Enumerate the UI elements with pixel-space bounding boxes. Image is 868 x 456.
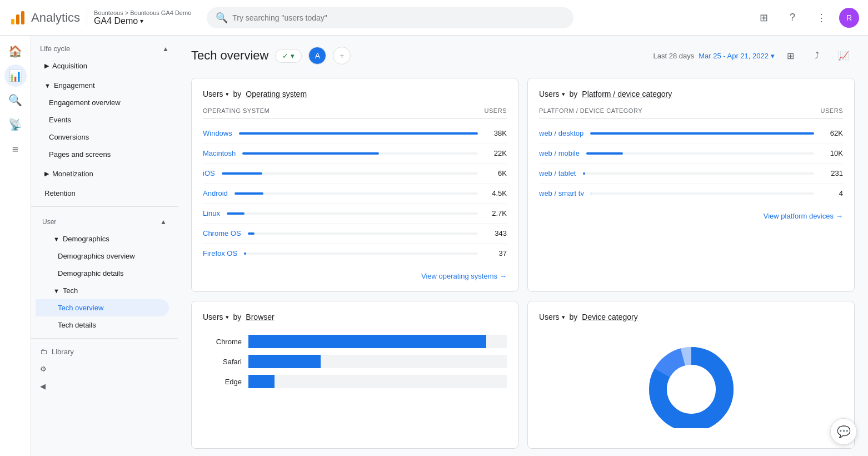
sidebar-item-monetization[interactable]: ▶ Monetization — [31, 165, 173, 182]
platform-title-metric[interactable]: Platform / device category — [582, 90, 672, 98]
analytics-logo — [9, 9, 27, 27]
sidebar-item-tech-details[interactable]: Tech details — [36, 316, 169, 334]
view-operating-systems-link[interactable]: View operating systems → — [203, 272, 507, 280]
table-row[interactable]: iOS 6K — [203, 163, 507, 184]
browser-users-dropdown-icon[interactable]: ▾ — [226, 314, 229, 321]
apps-icon[interactable]: ⊞ — [752, 7, 775, 29]
table-row[interactable]: web / desktop 62K — [539, 123, 843, 143]
avatar[interactable]: R — [839, 8, 859, 28]
svg-point-6 — [667, 365, 716, 414]
user-section-header[interactable]: User ▲ — [36, 214, 173, 230]
sidebar-item-library[interactable]: 🗀 Library — [31, 343, 178, 360]
table-row[interactable]: web / mobile 10K — [539, 143, 843, 163]
table-row[interactable]: web / smart tv 4 — [539, 184, 843, 203]
sidebar-item-engagement-overview[interactable]: Engagement overview — [31, 94, 173, 111]
header-actions: ⊞ ? ⋮ R — [752, 7, 859, 29]
table-view-icon[interactable]: ⊞ — [779, 44, 801, 67]
sidebar-item-retention[interactable]: Retention — [31, 185, 173, 202]
os-row-bar — [235, 192, 264, 195]
sidebar-item-conversions[interactable]: Conversions — [31, 128, 173, 146]
table-row[interactable]: Android 4.5K — [203, 184, 507, 204]
browser-bar-track — [248, 375, 507, 388]
demographics-overview-label: Demographics overview — [58, 252, 135, 260]
list-icon[interactable]: ≡ — [4, 138, 27, 160]
os-row-bar-container — [244, 252, 478, 255]
os-row-name: Android — [203, 189, 228, 197]
breadcrumb-bottom[interactable]: GA4 Demo ▾ — [94, 16, 191, 26]
help-icon[interactable]: ? — [781, 7, 804, 29]
monetization-label: Monetization — [52, 170, 93, 178]
sidebar-item-demographics-overview[interactable]: Demographics overview — [36, 247, 169, 265]
sidebar-item-engagement[interactable]: ▼ Engagement — [31, 77, 173, 94]
browser-card-title: Users ▾ by Browser — [203, 313, 507, 321]
sidebar-item-pages-screens[interactable]: Pages and screens — [31, 146, 173, 163]
platform-row-name: web / desktop — [539, 129, 583, 137]
home-icon[interactable]: 🏠 — [4, 40, 27, 62]
search-bar[interactable]: 🔍 — [207, 7, 573, 28]
table-row[interactable]: Macintosh 22K — [203, 143, 507, 163]
table-row[interactable]: web / tablet 231 — [539, 163, 843, 184]
lifecycle-collapse-icon[interactable]: ▲ — [162, 45, 169, 53]
os-row-name: Windows — [203, 129, 232, 137]
sidebar-item-demographic-details[interactable]: Demographic details — [36, 265, 169, 282]
sidebar-collapse-btn[interactable]: ◀ — [31, 378, 178, 395]
os-row-value: 2.7K — [485, 209, 507, 217]
table-row[interactable]: Windows 38K — [203, 123, 507, 143]
table-row[interactable]: Firefox OS 37 — [203, 244, 507, 263]
status-badge[interactable]: ✓ ▾ — [275, 49, 302, 63]
tech-expand-icon: ▼ — [53, 288, 59, 294]
monetization-group: ▶ Monetization — [31, 165, 178, 182]
view-platform-devices-link[interactable]: View platform devices → — [539, 212, 843, 220]
property-dropdown-icon[interactable]: ▾ — [140, 17, 143, 25]
sidebar-item-acquisition[interactable]: ▶ Acquisition — [31, 57, 173, 75]
browser-bar-fill — [248, 355, 321, 368]
lifecycle-label: Life cycle — [40, 44, 70, 53]
main-content: Tech overview ✓ ▾ A + Last 28 days Mar 2… — [178, 36, 868, 456]
platform-users-dropdown-icon[interactable]: ▾ — [562, 91, 565, 98]
sidebar: Life cycle ▲ ▶ Acquisition ▼ Engagement … — [31, 36, 178, 456]
table-row[interactable]: Linux 2.7K — [203, 204, 507, 224]
os-title-prefix: Users — [203, 90, 223, 98]
user-label: User — [42, 218, 56, 226]
sidebar-item-demographics[interactable]: ▼ Demographics — [36, 230, 169, 247]
browser-bar-row: Edge — [203, 375, 507, 388]
engagement-group: ▼ Engagement Engagement overview Events … — [31, 77, 178, 163]
main-layout: 🏠 📊 🔍 📡 ≡ Life cycle ▲ ▶ Acquisition ▼ — [0, 36, 868, 456]
search-input[interactable] — [232, 13, 565, 22]
device-users-dropdown-icon[interactable]: ▾ — [562, 314, 565, 321]
device-title-metric[interactable]: Device category — [582, 313, 637, 321]
reports-icon[interactable]: 📊 — [4, 65, 27, 87]
sidebar-item-settings[interactable]: ⚙ — [31, 360, 178, 378]
explore-icon[interactable]: 🔍 — [4, 89, 27, 111]
browser-bar-row: Chrome — [203, 335, 507, 348]
engagement-overview-label: Engagement overview — [49, 98, 121, 107]
sidebar-item-tech-overview[interactable]: Tech overview — [36, 299, 169, 316]
os-row-bar — [222, 172, 263, 175]
date-dropdown-icon: ▾ — [771, 52, 775, 60]
lifecycle-section[interactable]: Life cycle ▲ — [31, 40, 178, 57]
more-options-icon[interactable]: ⋮ — [810, 7, 832, 29]
os-row-value: 343 — [485, 229, 507, 237]
view-os-arrow-icon: → — [500, 272, 507, 280]
os-row-bar — [239, 132, 478, 135]
user-collapse-icon[interactable]: ▲ — [160, 218, 167, 226]
os-title-metric[interactable]: Operating system — [246, 90, 307, 98]
engagement-expand-icon: ▼ — [44, 82, 51, 89]
browser-title-metric[interactable]: Browser — [246, 313, 274, 321]
date-range-button[interactable]: Mar 25 - Apr 21, 2022 ▾ — [699, 52, 775, 60]
page-title-row: Tech overview ✓ ▾ A + — [191, 47, 351, 65]
table-row[interactable]: Chrome OS 343 — [203, 224, 507, 244]
retention-label: Retention — [44, 189, 76, 197]
chat-button[interactable]: 💬 — [830, 418, 857, 445]
advertising-icon[interactable]: 📡 — [4, 113, 27, 136]
sidebar-item-events[interactable]: Events — [31, 111, 173, 128]
share-icon[interactable]: ⤴ — [806, 44, 828, 67]
sidebar-item-tech[interactable]: ▼ Tech — [36, 282, 169, 299]
add-comparison-button[interactable]: + — [333, 47, 351, 65]
os-row-value: 4.5K — [485, 189, 507, 197]
device-category-card: Users ▾ by Device category — [527, 301, 855, 449]
bottom-nav: 🗀 Library ⚙ ◀ — [31, 338, 178, 399]
os-users-dropdown-icon[interactable]: ▾ — [226, 91, 229, 98]
status-dropdown-icon[interactable]: ▾ — [291, 52, 295, 60]
compare-icon[interactable]: 📈 — [832, 44, 855, 67]
